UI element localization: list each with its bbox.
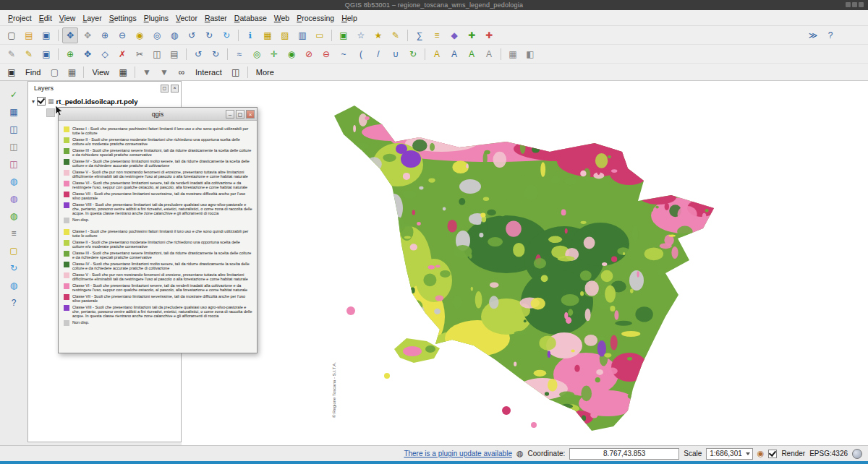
fill-ring-button[interactable]: ◉ [284,46,299,62]
current-edits-button[interactable]: ✎ [4,46,20,62]
map-canvas[interactable]: © Regione Toscana - S.I.T.A. [182,81,868,445]
help-button[interactable]: ? [6,295,22,311]
save-layer-edits-button[interactable]: ▣ [38,46,54,62]
menu-help[interactable]: Help [338,12,361,25]
delete-selected-button[interactable]: ✗ [114,46,130,62]
legend-dialog-titlebar[interactable]: qgis –◻× [59,108,257,121]
undo-button[interactable]: ↺ [190,46,206,62]
window-maximize-button[interactable] [852,2,857,7]
add-part-button[interactable]: ✛ [266,46,282,62]
find-label[interactable]: Find [25,68,41,77]
help-contents-button[interactable]: ? [822,27,838,43]
add-ring-button[interactable]: ◎ [249,46,265,62]
refresh-layers-button[interactable]: ↻ [6,260,22,276]
move-label-button[interactable]: A [446,46,462,62]
window-close-button[interactable] [859,2,864,7]
render-checkbox[interactable] [768,450,777,458]
rotate-feature-button[interactable]: ↻ [405,46,421,62]
view-label[interactable]: View [92,68,109,77]
menu-layer[interactable]: Layer [79,12,105,25]
view-grid-button[interactable]: ▦ [115,64,131,80]
paste-features-button[interactable]: ▤ [166,46,182,62]
add-mssql-layer-button[interactable]: ◫ [6,156,22,172]
layer-visibility-checkbox[interactable] [37,97,46,106]
zoom-last-button[interactable]: ↺ [184,27,200,43]
magnifier-icon[interactable]: ◉ [757,450,765,457]
interact-label[interactable]: Interact [195,68,222,77]
interact-window-button[interactable]: ◫ [228,64,244,80]
add-wms-layer-button[interactable]: ◍ [6,173,22,189]
refresh-map-button[interactable]: ↻ [218,27,234,43]
add-feature-button[interactable]: ⊕ [62,46,78,62]
show-bookmarks-button[interactable]: ★ [370,27,386,43]
plugin-update-globe-icon[interactable]: ◍ [516,450,524,457]
move-feature-button[interactable]: ✥ [80,46,95,62]
pin-a-button[interactable]: ▼ [139,64,155,80]
rotate-label-button[interactable]: A [464,46,480,62]
field-calculator-button[interactable]: ≡ [429,27,445,43]
menu-raster[interactable]: Raster [201,12,231,25]
delete-part-button[interactable]: ⊖ [318,46,334,62]
add-delimited-text-layer-button[interactable]: ≡ [6,225,22,241]
scale-combobox[interactable]: 1:686,301 [706,448,753,460]
float-panel-button[interactable]: ◻ [161,85,169,93]
add-vector-layer-button[interactable]: ✓ [6,87,22,103]
window-titlebar[interactable]: QGIS 8b53001 – regione_toscana_wms_legen… [0,0,868,10]
layer-name[interactable]: rt_pedol.idsoilcap.rt.poly [56,98,138,106]
zoom-next-button[interactable]: ↻ [201,27,217,43]
copy-features-button[interactable]: ◫ [149,46,165,62]
plugin-manager-button[interactable]: ✚ [464,27,480,43]
zoom-full-button[interactable]: ◉ [132,27,148,43]
add-wfs-layer-button[interactable]: ◍ [6,208,22,224]
render-label[interactable]: Render [781,450,805,457]
expander-icon[interactable]: ▾ [32,98,35,105]
menu-edit[interactable]: Edit [35,12,56,25]
web-globe-button[interactable]: ◍ [6,278,22,293]
split-features-button[interactable]: / [370,46,386,62]
delete-ring-button[interactable]: ⊘ [301,46,317,62]
deselect-features-button[interactable]: ▨ [277,27,293,43]
select-features-button[interactable]: ▦ [260,27,276,43]
layer-labeling-button[interactable]: A [429,46,445,62]
pan-map-button[interactable]: ✥ [62,27,78,43]
zoom-in-button[interactable]: ⊕ [97,27,113,43]
identify-features-button[interactable]: ℹ [242,27,258,43]
menu-settings[interactable]: Settings [106,12,140,25]
reshape-features-button[interactable]: ~ [336,46,352,62]
find-frame-button[interactable]: ▢ [46,64,62,80]
zoom-out-button[interactable]: ⊖ [114,27,130,43]
grass-tools-button[interactable]: ✚ [481,27,497,43]
coordinate-input[interactable] [569,448,679,460]
overview-map-button[interactable]: ◧ [522,46,538,62]
menu-database[interactable]: Database [231,12,271,25]
more-label[interactable]: More [256,68,274,77]
redo-button[interactable]: ↻ [208,46,224,62]
style-manager-button[interactable]: ◆ [446,27,462,43]
open-attribute-table-button[interactable]: ▥ [294,27,310,43]
plugin-update-link[interactable]: There is a plugin update available [404,450,512,457]
offset-curve-button[interactable]: ( [353,46,369,62]
menu-project[interactable]: Project [4,12,35,25]
menu-processing[interactable]: Processing [293,12,338,25]
crs-status-icon[interactable] [852,449,862,459]
link-button[interactable]: ∞ [174,64,190,80]
close-panel-button[interactable]: × [171,85,179,93]
zoom-to-layer-button[interactable]: ◍ [166,27,182,43]
dialog-close-button[interactable]: × [246,110,255,119]
change-label-button[interactable]: A [481,46,497,62]
open-project-button[interactable]: ▤ [21,27,37,43]
add-postgis-layer-button[interactable]: ◫ [6,121,22,137]
sum-statistics-button[interactable]: ∑ [412,27,427,43]
merge-features-button[interactable]: ∪ [388,46,404,62]
cut-features-button[interactable]: ✂ [132,46,148,62]
menu-view[interactable]: View [56,12,80,25]
new-bookmark-button[interactable]: ☆ [353,27,369,43]
new-shapefile-layer-button[interactable]: ▢ [6,243,22,259]
text-annotation-button[interactable]: ✎ [388,27,404,43]
window-minimize-button[interactable] [846,2,851,7]
measure-line-button[interactable]: ▭ [312,27,328,43]
map-tips-button[interactable]: ▣ [336,27,352,43]
menu-web[interactable]: Web [271,12,293,25]
menu-plugins[interactable]: Plugins [140,12,172,25]
node-tool-button[interactable]: ◇ [97,46,113,62]
